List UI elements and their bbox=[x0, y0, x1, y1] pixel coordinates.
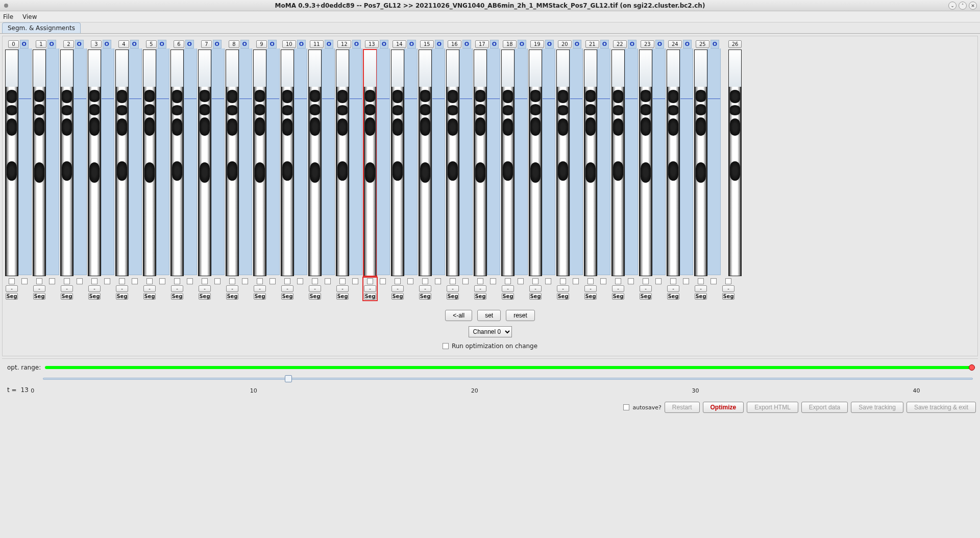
seg-button[interactable]: Seg bbox=[364, 293, 376, 300]
lane-checkbox[interactable] bbox=[367, 278, 373, 284]
dash-button[interactable]: - bbox=[254, 285, 266, 292]
maximize-button[interactable]: ˄ bbox=[959, 2, 967, 10]
lane-checkbox[interactable] bbox=[202, 278, 208, 284]
assignment-checkbox[interactable] bbox=[407, 278, 413, 284]
assignment-strip[interactable] bbox=[239, 48, 252, 275]
dash-button[interactable]: - bbox=[281, 285, 293, 292]
lane-index-button[interactable]: 5 bbox=[146, 40, 156, 48]
seg-button[interactable]: Seg bbox=[391, 293, 404, 300]
seg-button[interactable]: Seg bbox=[309, 293, 321, 300]
channel-image[interactable] bbox=[446, 50, 459, 276]
dash-button[interactable]: - bbox=[695, 285, 707, 292]
lane-checkbox[interactable] bbox=[587, 278, 594, 284]
lane-index-button[interactable]: 18 bbox=[503, 40, 517, 48]
lane-index-button[interactable]: 0 bbox=[8, 40, 18, 48]
lane-index-button[interactable]: 17 bbox=[475, 40, 489, 48]
opt-range-end-handle[interactable] bbox=[969, 364, 975, 371]
seg-button[interactable]: Seg bbox=[584, 293, 597, 300]
lane-index-button[interactable]: 3 bbox=[91, 40, 101, 48]
dash-button[interactable]: - bbox=[336, 285, 349, 292]
seg-button[interactable]: Seg bbox=[529, 293, 542, 300]
seg-button[interactable]: Seg bbox=[557, 293, 569, 300]
assignment-checkbox[interactable] bbox=[49, 278, 55, 284]
time-slider-track[interactable] bbox=[43, 378, 973, 380]
dash-button[interactable]: - bbox=[474, 285, 486, 292]
assignment-strip[interactable] bbox=[542, 48, 555, 275]
seg-button[interactable]: Seg bbox=[254, 293, 266, 300]
lane-checkbox[interactable] bbox=[9, 278, 15, 284]
channel-select[interactable]: Channel 0 bbox=[469, 326, 512, 337]
lane-index-button[interactable]: 20 bbox=[558, 40, 572, 48]
assignment-strip[interactable] bbox=[74, 48, 87, 275]
seg-button[interactable]: Seg bbox=[336, 293, 349, 300]
lane-checkbox[interactable] bbox=[422, 278, 428, 284]
optimize-button[interactable]: Optimize bbox=[703, 402, 744, 413]
channel-image[interactable] bbox=[584, 50, 597, 276]
assignment-strip[interactable] bbox=[101, 48, 114, 275]
time-slider-thumb[interactable] bbox=[285, 375, 292, 382]
lane-checkbox[interactable] bbox=[615, 278, 621, 284]
menu-view[interactable]: View bbox=[22, 13, 37, 20]
channel-image[interactable] bbox=[336, 50, 349, 276]
channel-image[interactable] bbox=[143, 50, 156, 276]
assignment-checkbox[interactable] bbox=[242, 278, 248, 284]
assignment-checkbox[interactable] bbox=[435, 278, 441, 284]
channel-image[interactable] bbox=[5, 50, 18, 276]
assignment-strip[interactable] bbox=[570, 48, 583, 275]
assignment-strip[interactable] bbox=[680, 48, 693, 275]
channel-image[interactable] bbox=[529, 50, 542, 276]
assignment-checkbox[interactable] bbox=[297, 278, 303, 284]
lane-index-button[interactable]: 4 bbox=[118, 40, 129, 48]
seg-button[interactable]: Seg bbox=[695, 293, 707, 300]
lane-index-button[interactable]: 16 bbox=[448, 40, 461, 48]
channel-image[interactable] bbox=[363, 50, 377, 276]
lane-index-button[interactable]: 23 bbox=[641, 40, 654, 48]
lane-checkbox[interactable] bbox=[257, 278, 263, 284]
assignment-checkbox[interactable] bbox=[518, 278, 524, 284]
lane-index-button[interactable]: 24 bbox=[668, 40, 682, 48]
dash-button[interactable]: - bbox=[612, 285, 624, 292]
assignment-checkbox[interactable] bbox=[628, 278, 634, 284]
channel-image[interactable] bbox=[639, 50, 652, 276]
channel-image[interactable] bbox=[501, 50, 514, 276]
seg-button[interactable]: Seg bbox=[447, 293, 459, 300]
lane-checkbox[interactable] bbox=[91, 278, 97, 284]
channel-image[interactable] bbox=[474, 50, 487, 276]
assignment-checkbox[interactable] bbox=[710, 278, 717, 284]
channel-image[interactable] bbox=[253, 50, 266, 276]
channel-image[interactable] bbox=[667, 50, 680, 276]
dash-button[interactable]: - bbox=[419, 285, 431, 292]
lane-checkbox[interactable] bbox=[560, 278, 566, 284]
lane-index-button[interactable]: 1 bbox=[36, 40, 46, 48]
channel-image[interactable] bbox=[281, 50, 294, 276]
lane-checkbox[interactable] bbox=[339, 278, 346, 284]
close-button[interactable]: × bbox=[969, 2, 977, 10]
lane-checkbox[interactable] bbox=[725, 278, 731, 284]
assignment-strip[interactable] bbox=[156, 48, 169, 275]
assignment-checkbox[interactable] bbox=[683, 278, 689, 284]
dash-button[interactable]: - bbox=[502, 285, 514, 292]
assignment-strip[interactable] bbox=[432, 48, 445, 275]
lane-checkbox[interactable] bbox=[450, 278, 456, 284]
assignment-strip[interactable] bbox=[377, 48, 390, 275]
lane-checkbox[interactable] bbox=[698, 278, 704, 284]
dash-button[interactable]: - bbox=[226, 285, 238, 292]
channel-image[interactable] bbox=[556, 50, 570, 276]
assignment-strip[interactable] bbox=[404, 48, 418, 275]
assignment-checkbox[interactable] bbox=[270, 278, 276, 284]
channel-image[interactable] bbox=[115, 50, 129, 276]
lane-checkbox[interactable] bbox=[477, 278, 483, 284]
channel-image[interactable] bbox=[88, 50, 101, 276]
dash-button[interactable]: - bbox=[557, 285, 569, 292]
seg-button[interactable]: Seg bbox=[722, 293, 734, 300]
assignment-checkbox[interactable] bbox=[77, 278, 83, 284]
dash-button[interactable]: - bbox=[6, 285, 18, 292]
assignment-strip[interactable] bbox=[625, 48, 638, 275]
channel-image[interactable] bbox=[419, 50, 432, 276]
channel-image[interactable] bbox=[198, 50, 211, 276]
assignment-strip[interactable] bbox=[597, 48, 610, 275]
dash-button[interactable]: - bbox=[116, 285, 128, 292]
assignment-strip[interactable] bbox=[46, 48, 59, 275]
dash-button[interactable]: - bbox=[364, 285, 376, 292]
assignment-strip[interactable] bbox=[266, 48, 280, 275]
